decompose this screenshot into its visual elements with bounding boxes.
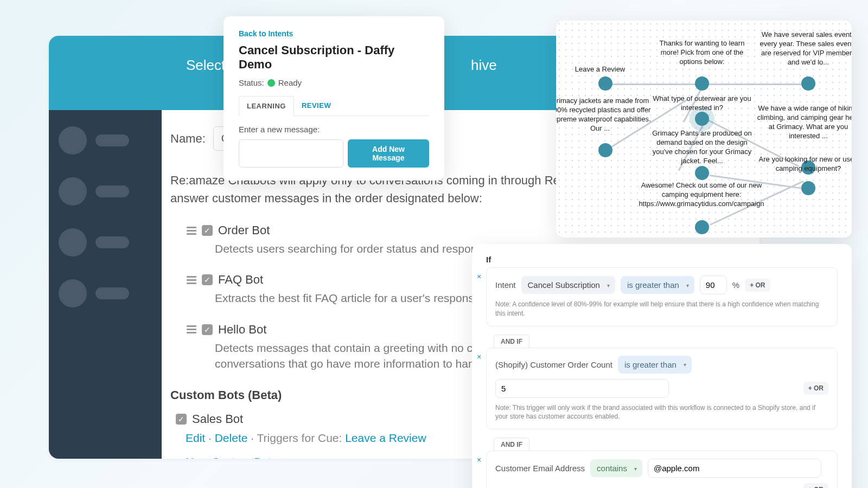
bot-checkbox[interactable]: ✓ [202,225,213,236]
if-label: If [486,255,838,264]
flow-node-label: Leave a Review [556,65,652,74]
chevron-down-icon: ▾ [607,282,610,288]
sidebar-item[interactable] [59,126,152,155]
condition-block: × Intent Cancel Subscription▾ is greater… [486,267,838,326]
operator-select[interactable]: is greater than▾ [618,356,692,374]
bot-name: Order Bot [218,223,270,237]
flow-node[interactable] [695,166,709,180]
sales-bot-name: Sales Bot [192,412,243,426]
flow-node-label: Thanks for wanting to learn more! Pick f… [650,39,754,67]
condition-block: × Customer Email Address contains▾ + OR [486,451,838,488]
chevron-down-icon: ▾ [686,282,689,288]
flow-node-label: Are you looking for new or used camping … [757,155,852,174]
email-label: Customer Email Address [495,464,585,473]
drag-handle-icon[interactable] [187,325,196,333]
flow-node[interactable] [801,181,815,195]
sidebar-item[interactable] [59,228,152,256]
chevron-down-icon: ▾ [684,362,686,368]
remove-condition-icon[interactable]: × [477,455,481,464]
edit-link[interactable]: Edit [186,432,205,444]
conditions-panel: If × Intent Cancel Subscription▾ is grea… [472,244,852,488]
add-or-button[interactable]: + OR [745,279,770,292]
status-dot-icon [267,79,275,87]
intent-label: Intent [495,280,516,290]
flow-node-selected[interactable] [695,112,709,126]
enter-message-label: Enter a new message: [239,125,429,134]
intent-modal: Back to Intents Cancel Subscription - Da… [224,16,444,181]
status-row: Status: Ready [239,78,429,87]
back-to-intents-link[interactable]: Back to Intents [239,29,429,38]
intent-title: Cancel Subscription - Daffy Demo [239,43,429,72]
intent-select[interactable]: Cancel Subscription▾ [521,276,615,294]
tab-review[interactable]: REVIEW [294,96,339,115]
flow-node-label: Grimacy Pants are produced on demand bas… [650,129,754,166]
condition-note: Note: This trigger will only work if the… [495,403,828,422]
flow-diagram-panel[interactable]: Leave a Review Thanks for wanting to lea… [556,21,852,237]
operator-select[interactable]: is greater than▾ [621,276,694,294]
flow-node[interactable] [598,143,612,157]
order-count-input[interactable] [495,379,669,398]
leave-review-link[interactable]: Leave a Review [345,432,426,444]
flow-node-label: We have a wide range of hiking, climbing… [757,104,852,141]
flow-node[interactable] [695,76,709,91]
add-or-button[interactable]: + OR [803,483,828,488]
triggers-label: Triggers for Cue: [257,432,342,444]
remove-condition-icon[interactable]: × [477,272,481,281]
sidebar-item[interactable] [59,279,152,307]
flow-node-label: What type of outerwear are you intereste… [650,94,754,113]
operator-select[interactable]: contains▾ [590,459,642,477]
sidebar-item[interactable] [59,177,152,206]
name-label: Name: [170,132,206,146]
new-message-input[interactable] [239,139,343,168]
bot-name: Hello Bot [218,323,266,337]
shopify-order-count-label: (Shopify) Customer Order Count [495,360,612,369]
and-if-label: AND IF [494,438,529,451]
add-new-message-button[interactable]: Add New Message [348,139,429,168]
bot-checkbox[interactable]: ✓ [202,324,213,335]
percent-label: % [732,280,739,290]
flow-node-label: We have several sales events every year.… [757,30,852,67]
archive-button[interactable]: hive [455,50,513,80]
and-if-label: AND IF [494,335,529,348]
flow-node-label: Grimacy jackets are made from 100% recyc… [556,97,652,133]
sidebar [49,110,162,459]
condition-note: Note: A confidence level of 80%-99% for … [495,300,828,318]
chevron-down-icon: ▾ [634,465,637,471]
email-value-input[interactable] [648,459,821,478]
tab-learning[interactable]: LEARNING [239,96,294,116]
tabs: LEARNING REVIEW [239,96,429,116]
flow-node[interactable] [598,76,612,91]
drag-handle-icon[interactable] [187,276,196,284]
bot-checkbox[interactable]: ✓ [202,274,213,285]
bot-name: FAQ Bot [218,273,263,287]
status-value: Ready [278,78,302,87]
bot-checkbox[interactable]: ✓ [176,414,187,425]
flow-node[interactable] [695,220,709,234]
add-or-button[interactable]: + OR [803,382,828,395]
remove-condition-icon[interactable]: × [477,352,481,361]
condition-block: × (Shopify) Customer Order Count is grea… [486,348,838,430]
confidence-input[interactable] [700,275,727,294]
delete-link[interactable]: Delete [215,432,248,444]
flow-node[interactable] [801,76,815,91]
flow-node-label: Awesome! Check out some of our new campi… [631,181,772,209]
drag-handle-icon[interactable] [187,227,196,235]
